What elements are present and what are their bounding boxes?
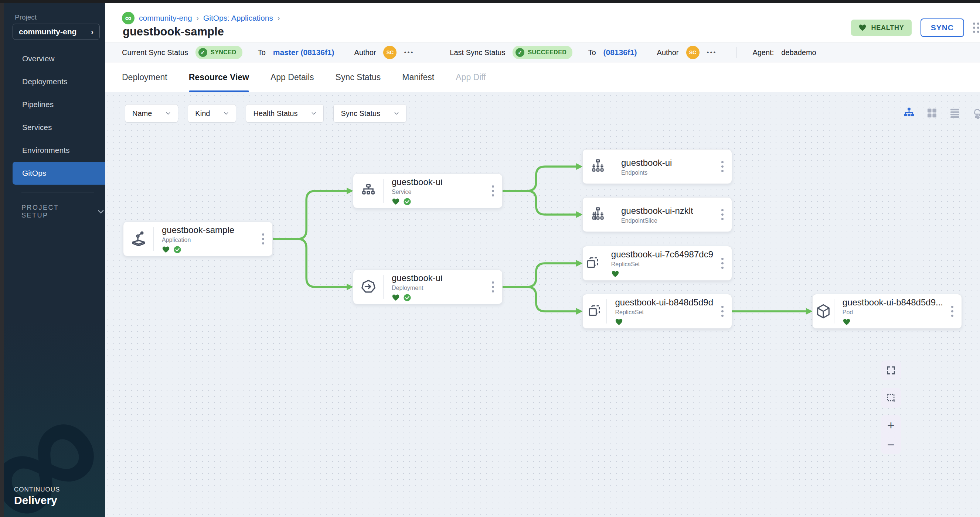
resource-node-deployment-guestbook-ui[interactable]: guestbook-ui Deployment <box>353 270 503 304</box>
node-more-options-icon[interactable] <box>719 159 726 174</box>
project-setup-toggle[interactable]: PROJECT SETUP <box>21 204 105 219</box>
sync-button[interactable]: SYNC <box>921 19 964 37</box>
resource-node-service-guestbook-ui[interactable]: guestbook-ui Service <box>353 174 503 208</box>
resource-name: guestbook-ui-b848d5d9... <box>843 297 943 308</box>
sidebar-item-overview[interactable]: Overview <box>4 47 105 70</box>
deployment-icon <box>353 275 383 299</box>
more-options-icon[interactable] <box>973 22 979 33</box>
more-options-icon[interactable]: ••• <box>404 49 414 56</box>
filter-kind[interactable]: Kind <box>188 104 236 123</box>
tab-resource-view[interactable]: Resource View <box>189 62 249 92</box>
check-circle-icon <box>403 198 411 206</box>
window-top-edge <box>0 0 980 3</box>
resource-name: guestbook-ui-nzklt <box>621 205 713 216</box>
node-more-options-icon[interactable] <box>719 255 726 271</box>
health-status-badge: HEALTHY <box>851 19 911 36</box>
resource-status-icons <box>843 318 943 326</box>
breadcrumb-separator: › <box>197 14 199 22</box>
succeeded-badge-label: SUCCEEDED <box>528 49 566 56</box>
gitops-infinity-icon: ∞ <box>122 12 135 24</box>
node-more-options-icon[interactable] <box>490 183 496 199</box>
heart-icon <box>615 318 623 326</box>
project-setup-label: PROJECT SETUP <box>21 204 87 219</box>
sync-status-bar: Current Sync Status ✓ SYNCED To master (… <box>105 43 980 62</box>
resource-kind: Endpoints <box>621 170 713 176</box>
node-more-options-icon[interactable] <box>719 207 726 222</box>
resource-status-icons <box>611 270 713 278</box>
module-logo-line1: CONTINUOUS <box>14 486 60 493</box>
replicaset-icon <box>583 299 607 324</box>
chevron-right-icon: › <box>91 28 94 36</box>
resource-node-endpoints-guestbook-ui[interactable]: guestbook-ui Endpoints <box>582 149 732 184</box>
network-view-icon[interactable] <box>970 106 980 121</box>
heart-icon <box>162 246 170 254</box>
resource-status-icons <box>392 293 484 302</box>
filter-health-status[interactable]: Health Status <box>246 104 324 123</box>
node-more-options-icon[interactable] <box>949 304 956 319</box>
sidebar-item-pipelines[interactable]: Pipelines <box>4 93 105 116</box>
heart-icon <box>843 318 851 326</box>
resource-kind: Service <box>392 189 484 195</box>
zoom-out-icon[interactable]: − <box>887 438 895 451</box>
sidebar-item-gitops[interactable]: GitOps <box>13 162 105 185</box>
heart-icon <box>843 318 851 326</box>
page-header: ∞ community-eng › GitOps: Applications ›… <box>105 3 980 43</box>
resource-node-replicaset-guestbook-ui-7c64987dc9[interactable]: guestbook-ui-7c64987dc9 ReplicaSet <box>582 246 732 281</box>
author-avatar[interactable]: SC <box>383 46 396 59</box>
grid-view-icon[interactable] <box>924 106 939 121</box>
node-more-options-icon[interactable] <box>719 304 726 319</box>
resource-kind: ReplicaSet <box>615 309 713 316</box>
canvas-controls: + − <box>881 360 902 454</box>
tab-app-diff: App Diff <box>456 62 485 92</box>
sidebar-item-environments[interactable]: Environments <box>4 139 105 162</box>
heart-icon <box>392 198 400 206</box>
last-author-label: Author <box>657 48 679 57</box>
endpointslice-icon <box>583 202 613 227</box>
resource-node-replicaset-guestbook-ui-b848d5d9d[interactable]: guestbook-ui-b848d5d9d ReplicaSet <box>582 294 732 329</box>
check-circle-icon <box>403 198 411 206</box>
last-to-label: To <box>588 48 596 57</box>
resource-name: guestbook-sample <box>162 225 254 236</box>
window-left-edge <box>0 3 4 517</box>
resource-name: guestbook-ui-b848d5d9d <box>615 297 713 308</box>
project-label: Project <box>15 13 37 21</box>
agent-label: Agent: <box>752 48 774 57</box>
sidebar-item-services[interactable]: Services <box>4 116 105 139</box>
resource-graph-canvas[interactable]: NameKindHealth StatusSync Status guestbo… <box>105 92 980 517</box>
node-more-options-icon[interactable] <box>260 231 266 247</box>
view-toggle-group <box>902 106 980 121</box>
synced-badge-label: SYNCED <box>211 49 237 56</box>
zoom-in-icon[interactable]: + <box>887 419 895 431</box>
resource-status-icons <box>615 318 713 326</box>
node-more-options-icon[interactable] <box>490 279 496 295</box>
resource-kind: Deployment <box>392 285 484 291</box>
resource-node-application-guestbook-sample[interactable]: guestbook-sample Application <box>123 222 273 256</box>
marquee-select-icon[interactable] <box>881 388 901 408</box>
tab-app-details[interactable]: App Details <box>270 62 314 92</box>
more-options-icon[interactable]: ••• <box>707 49 717 56</box>
list-view-icon[interactable] <box>948 106 962 121</box>
resource-node-endpointslice-guestbook-ui-nzklt[interactable]: guestbook-ui-nzklt EndpointSlice <box>582 197 732 232</box>
breadcrumb-project-link[interactable]: community-eng <box>139 14 192 22</box>
tab-sync-status[interactable]: Sync Status <box>336 62 381 92</box>
tree-view-icon[interactable] <box>902 106 916 121</box>
heart-icon <box>611 270 619 278</box>
author-avatar[interactable]: SC <box>686 46 700 59</box>
tab-bar: DeploymentResource ViewApp DetailsSync S… <box>105 62 980 92</box>
tab-deployment[interactable]: Deployment <box>122 62 167 92</box>
tab-manifest[interactable]: Manifest <box>402 62 434 92</box>
breadcrumb-applications-link[interactable]: GitOps: Applications <box>203 14 273 22</box>
agent-value: debademo <box>781 48 816 57</box>
project-selector[interactable]: community-eng › <box>13 24 100 40</box>
sidebar-item-deployments[interactable]: Deployments <box>4 70 105 93</box>
filter-sync-status[interactable]: Sync Status <box>333 104 406 123</box>
filter-name[interactable]: Name <box>125 104 178 123</box>
resource-node-pod-guestbook-ui-b848d5d9[interactable]: guestbook-ui-b848d5d9... Pod <box>812 294 962 329</box>
current-revision-link[interactable]: master (08136f1) <box>273 48 334 57</box>
fullscreen-icon[interactable] <box>881 360 901 381</box>
last-revision-link[interactable]: (08136f1) <box>603 48 637 57</box>
current-sync-status-label: Current Sync Status <box>122 48 188 57</box>
check-circle-icon <box>403 293 411 302</box>
heart-icon <box>162 246 170 254</box>
resource-name: guestbook-ui <box>392 273 484 284</box>
